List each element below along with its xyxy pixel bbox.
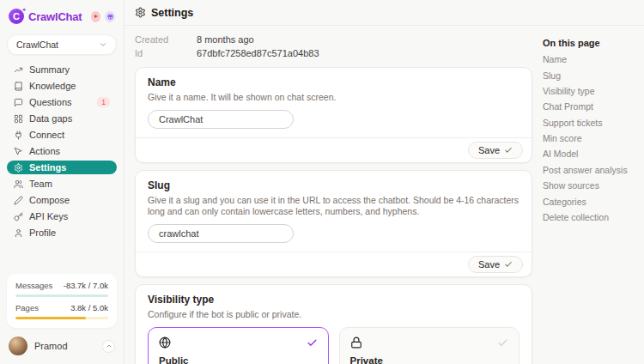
sidebar-item-compose[interactable]: Compose (7, 193, 117, 207)
sidebar-item-label: Questions (29, 97, 72, 107)
chat-icon (14, 98, 23, 107)
toc-item-show-sources[interactable]: Show sources (543, 178, 637, 193)
toc-item-categories[interactable]: Categories (543, 193, 637, 209)
chevron-down-icon (99, 40, 107, 49)
toc-item-ai-model[interactable]: AI Model (543, 146, 637, 161)
users-icon (14, 179, 23, 189)
toc-item-delete-collection[interactable]: Delete collection (543, 209, 637, 225)
created-value: 8 months ago (197, 34, 254, 45)
sidebar-item-profile[interactable]: Profile (7, 226, 117, 240)
toc-title: On this page (543, 38, 637, 48)
toc-item-visibility-type[interactable]: Visibility type (543, 83, 637, 99)
cursor-icon (14, 147, 23, 156)
lock-icon (350, 337, 362, 349)
check-icon (504, 260, 513, 269)
sidebar-item-team[interactable]: Team (7, 177, 117, 191)
sidebar-item-label: Summary (29, 64, 70, 75)
private-option-title: Private (350, 355, 509, 364)
created-label: Created (135, 34, 197, 45)
sidebar-item-label: Settings (29, 162, 66, 173)
user-menu-button[interactable] (102, 340, 115, 353)
name-card: Name Give it a name. It will be shown on… (135, 67, 532, 163)
sidebar-item-label: Actions (29, 146, 60, 156)
sidebar-item-label: Team (29, 179, 52, 189)
visibility-card-title: Visibility type (148, 294, 519, 306)
page-title: Settings (151, 7, 193, 19)
gift-icon[interactable] (105, 11, 115, 22)
pages-label: Pages (15, 303, 39, 312)
toc-item-slug[interactable]: Slug (543, 67, 637, 82)
sidebar-item-api-keys[interactable]: API Keys (7, 209, 117, 223)
sidebar-nav: Summary Knowledge Questions 1 Data gaps … (7, 63, 117, 240)
gear-icon (135, 7, 146, 18)
chevron-up-icon (106, 343, 112, 349)
user-name: Pramod (34, 341, 68, 351)
check-icon (497, 337, 508, 349)
name-card-title: Name (148, 76, 519, 88)
id-label: Id (135, 48, 197, 58)
id-value: 67dbfc7258ed87c571a04b83 (197, 48, 319, 58)
check-icon (504, 146, 513, 155)
visibility-card: Visibility type Configure if the bot is … (135, 284, 532, 364)
brand-name: CrawlChat (28, 10, 82, 23)
visibility-card-description: Configure if the bot is public or privat… (148, 309, 519, 320)
slug-card-title: Slug (148, 179, 519, 191)
settings-content: Created 8 months ago Id 67dbfc7258ed87c5… (125, 26, 543, 364)
sidebar-item-actions[interactable]: Actions (7, 144, 117, 158)
sidebar-item-connect[interactable]: Connect (7, 128, 117, 142)
sidebar-item-label: Knowledge (29, 81, 76, 91)
on-this-page-nav: On this page Name Slug Visibility type C… (543, 26, 644, 364)
slug-card: Slug Give it a slug and you can use it i… (135, 170, 532, 277)
sidebar-item-label: API Keys (29, 211, 68, 221)
globe-icon (159, 337, 171, 349)
pages-value: 3.8k / 5.0k (70, 303, 108, 312)
toc-item-name[interactable]: Name (543, 52, 637, 67)
sidebar: C+ CrawlChat CrawlChat Summary Knowledge… (0, 0, 125, 364)
sidebar-item-label: Compose (29, 195, 70, 205)
sidebar-item-label: Connect (29, 130, 64, 140)
gear-icon (14, 163, 23, 173)
visibility-option-public[interactable]: Public It will be public bot and anyone … (148, 327, 329, 364)
spark-icon: + (22, 7, 26, 13)
questions-count-badge: 1 (97, 97, 110, 107)
meta-section: Created 8 months ago Id 67dbfc7258ed87c5… (135, 33, 532, 60)
pages-progress-bar (15, 317, 108, 319)
toc-item-support-tickets[interactable]: Support tickets (543, 115, 637, 130)
workspace-selector[interactable]: CrawlChat (7, 34, 117, 55)
crawlchat-logo-icon: C+ (9, 9, 24, 24)
slug-card-description: Give it a slug and you can use it in the… (148, 195, 519, 217)
save-slug-button[interactable]: Save (468, 256, 523, 273)
sidebar-item-summary[interactable]: Summary (7, 63, 117, 76)
slug-input[interactable] (148, 224, 294, 243)
toc-item-min-score[interactable]: Min score (543, 130, 637, 146)
book-icon (14, 82, 23, 91)
trend-icon (14, 65, 23, 75)
main-area: Settings Created 8 months ago Id 67dbfc7… (125, 0, 644, 364)
usage-card: Messages -83.7k / 7.0k Pages 3.8k / 5.0k (7, 274, 117, 328)
user-row[interactable]: Pramod (7, 337, 117, 355)
sidebar-item-knowledge[interactable]: Knowledge (7, 79, 117, 93)
page-header: Settings (125, 0, 644, 26)
sidebar-item-label: Data gaps (29, 113, 72, 124)
video-icon[interactable] (91, 11, 101, 22)
pencil-icon (14, 196, 23, 205)
sidebar-item-data-gaps[interactable]: Data gaps (7, 112, 117, 125)
toc-item-chat-prompt[interactable]: Chat Prompt (543, 99, 637, 114)
public-option-title: Public (159, 355, 318, 364)
grid-icon (14, 114, 23, 124)
name-input[interactable] (148, 110, 294, 129)
visibility-option-private[interactable]: Private It will be private bot and only … (339, 327, 520, 364)
key-icon (14, 212, 23, 221)
toc-item-post-answer-analysis[interactable]: Post answer analysis (543, 162, 637, 178)
messages-label: Messages (15, 281, 52, 290)
avatar (9, 337, 27, 355)
sidebar-item-settings[interactable]: Settings (7, 161, 117, 174)
save-name-button[interactable]: Save (468, 142, 523, 159)
workspace-selector-value: CrawlChat (16, 39, 58, 50)
messages-value: -83.7k / 7.0k (64, 281, 108, 290)
check-icon (307, 337, 318, 349)
sidebar-item-questions[interactable]: Questions 1 (7, 95, 117, 109)
name-card-description: Give it a name. It will be shown on chat… (148, 92, 519, 103)
sidebar-item-label: Profile (29, 228, 56, 238)
brand-row: C+ CrawlChat (7, 7, 117, 26)
